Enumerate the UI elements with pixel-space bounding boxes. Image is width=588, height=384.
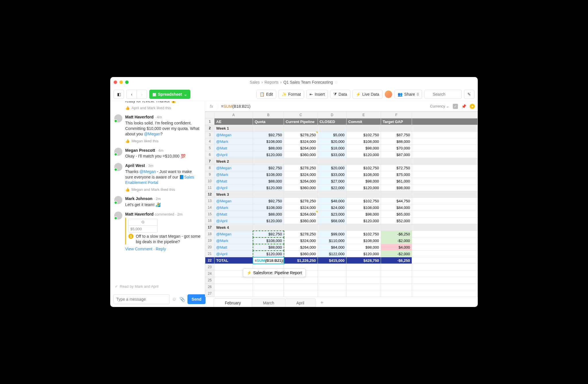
ae-cell[interactable]: @April	[214, 151, 253, 158]
like-row[interactable]: 👍 Megan and Mark liked this	[125, 187, 201, 192]
crumb-title[interactable]: Q1 Sales Team Forecasting	[283, 80, 333, 85]
close-icon[interactable]	[114, 80, 117, 84]
share-button[interactable]: 👥Share 8	[394, 90, 422, 99]
pipeline-cell[interactable]: $278,250	[284, 132, 318, 138]
quota-cell[interactable]: $120,000	[253, 151, 284, 158]
pipeline-cell[interactable]: $360,000	[284, 185, 318, 191]
commit-cell[interactable]: $108,000	[347, 138, 381, 145]
edit-button[interactable]: 📋Edit	[256, 90, 276, 99]
quota-cell[interactable]: $108,000	[253, 138, 284, 145]
mention[interactable]: Sales Enablement Portal	[125, 175, 194, 185]
closed-cell[interactable]: $68,000	[318, 218, 347, 224]
total-cell[interactable]: $428,750	[347, 257, 381, 264]
closed-cell[interactable]: $33,000	[318, 171, 347, 178]
commit-cell[interactable]: $108,000	[347, 171, 381, 178]
gap-cell[interactable]: $4,000	[381, 244, 412, 251]
mention[interactable]: @Megan	[140, 169, 156, 174]
quota-cell[interactable]: $88,000	[253, 244, 284, 251]
week-label[interactable]: Week 2	[214, 158, 253, 165]
data-button[interactable]: ⧩Data	[330, 90, 350, 99]
ae-cell[interactable]: @Mark	[214, 171, 253, 178]
ae-cell[interactable]: @Matt	[214, 211, 253, 218]
avatar[interactable]	[114, 114, 122, 122]
live-data-button[interactable]: ⚡Live Data	[353, 90, 382, 99]
ae-cell[interactable]: @Matt	[214, 145, 253, 151]
breadcrumb[interactable]: Sales › Reports › Q1 Sales Team Forecast…	[250, 80, 339, 85]
checkbox-button[interactable]: ✓	[453, 104, 458, 109]
commit-cell[interactable]: $102,750	[347, 231, 381, 237]
forward-button[interactable]: ›	[137, 90, 147, 99]
minimize-icon[interactable]	[119, 80, 123, 84]
closed-cell[interactable]: $22,000	[318, 185, 347, 191]
pipeline-cell[interactable]: $264,000	[284, 211, 318, 218]
pipeline-cell[interactable]: $278,250	[284, 165, 318, 171]
ae-cell[interactable]: @Megan	[214, 198, 253, 204]
add-sheet-button[interactable]: +	[315, 298, 329, 307]
gap-cell[interactable]: $72,750	[381, 165, 412, 171]
sheet-tab[interactable]: February	[214, 298, 252, 307]
gap-cell[interactable]: $87,000	[381, 151, 412, 158]
sheet-tab[interactable]: March	[252, 298, 285, 307]
col-header[interactable]: F	[381, 112, 412, 118]
formula-input[interactable]: =SUM(B18:B21)	[218, 104, 427, 109]
total-cell[interactable]: $415,000	[318, 257, 347, 264]
message-input[interactable]	[113, 294, 170, 304]
ae-cell[interactable]: @Megan	[214, 165, 253, 171]
commit-cell[interactable]: $98,000	[347, 178, 381, 185]
commit-cell[interactable]: $120,000	[347, 151, 381, 158]
quota-cell[interactable]: $120,000	[253, 251, 284, 257]
gap-cell[interactable]: $84,000	[381, 204, 412, 211]
commit-cell[interactable]: $102,750	[347, 165, 381, 171]
spreadsheet-grid[interactable]: ABCDEF 1AEQuotaCurrent PipelineCLOSEDCom…	[205, 112, 478, 297]
pipeline-cell[interactable]: $264,000	[284, 145, 318, 151]
total-cell[interactable]: -$6,250	[381, 257, 412, 264]
quota-cell[interactable]: $108,000	[253, 237, 284, 244]
add-button[interactable]: +	[470, 104, 475, 109]
avatar[interactable]	[114, 148, 122, 156]
pipeline-cell[interactable]: $264,000	[284, 178, 318, 185]
quota-cell[interactable]: $92,750	[253, 198, 284, 204]
column-header-cell[interactable]: Target GAP	[381, 118, 412, 125]
view-comment-link[interactable]: View Comment	[125, 247, 152, 251]
commit-cell[interactable]: $120,000	[347, 185, 381, 191]
compose-button[interactable]: ✎	[464, 90, 474, 99]
closed-cell[interactable]: $20,000	[318, 165, 347, 171]
gap-cell[interactable]: $88,000	[381, 138, 412, 145]
commit-cell[interactable]: $120,000	[347, 251, 381, 257]
closed-cell[interactable]: $20,000	[318, 138, 347, 145]
ae-cell[interactable]: @Mark	[214, 204, 253, 211]
week-label[interactable]: Week 4	[214, 224, 253, 231]
toggle-sidebar-button[interactable]: ◧	[114, 90, 124, 99]
emoji-icon[interactable]: ☺	[172, 297, 177, 302]
spreadsheet-mode-button[interactable]: ▦ Spreadsheet ⌄	[149, 90, 190, 99]
week-label[interactable]: Week 1	[214, 125, 253, 132]
mention[interactable]: @Megan	[144, 132, 160, 136]
back-button[interactable]: ‹	[126, 90, 137, 99]
commit-cell[interactable]: $108,000	[347, 237, 381, 244]
week-label[interactable]: Week 3	[214, 191, 253, 198]
closed-cell[interactable]: $122,000	[318, 251, 347, 257]
closed-cell[interactable]: $5,000	[318, 132, 347, 138]
closed-cell[interactable]: $110,000	[318, 237, 347, 244]
gap-cell[interactable]: $52,000	[381, 218, 412, 224]
closed-cell[interactable]: $99,000	[318, 231, 347, 237]
pipeline-cell[interactable]: $278,250	[284, 231, 318, 237]
reply-link[interactable]: Reply	[156, 247, 166, 251]
gap-cell[interactable]: -$6,250	[381, 231, 412, 237]
avatar[interactable]	[114, 212, 122, 220]
salesforce-popup[interactable]: ⚡Salesforce: Pipeline Report	[243, 268, 306, 277]
pipeline-cell[interactable]: $278,250	[284, 198, 318, 204]
commit-cell[interactable]: $102,750	[347, 198, 381, 204]
formula-cell[interactable]: =SUM(B18:B21)|	[253, 257, 284, 264]
ae-cell[interactable]: @Megan	[214, 132, 253, 138]
crumb-reports[interactable]: Reports	[264, 80, 278, 85]
column-header-cell[interactable]: Current Pipeline	[284, 118, 318, 125]
column-header-cell[interactable]: AE	[214, 118, 253, 125]
pipeline-cell[interactable]: $360,000	[284, 218, 318, 224]
total-cell[interactable]: $1,226,250	[284, 257, 318, 264]
ae-cell[interactable]: @Matt	[214, 178, 253, 185]
avatar[interactable]	[114, 163, 122, 171]
gap-cell[interactable]: $98,000	[381, 185, 412, 191]
pipeline-cell[interactable]: $360,000	[284, 251, 318, 257]
format-select[interactable]: Currency ⌄	[430, 104, 449, 108]
